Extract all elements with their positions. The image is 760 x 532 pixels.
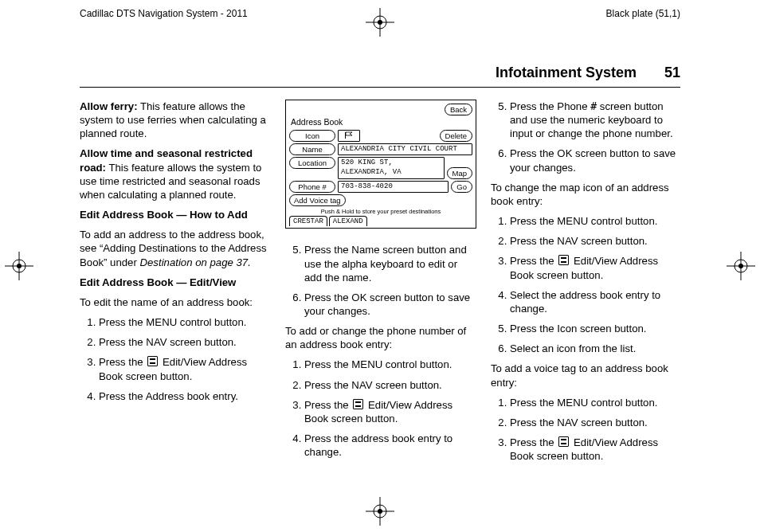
address-book-icon [353,399,363,409]
go-button: Go [451,181,472,193]
header-rule [80,87,680,88]
phone-field: 703-838-4020 [338,181,449,193]
svg-point-7 [378,509,382,514]
list-item: Press the MENU control button. [99,315,269,329]
preset-tab: CRESTAR [289,216,327,226]
phone-intro: To add or change the phone number of an … [285,324,475,351]
list-item: Press the OK screen button to save your … [510,147,680,174]
print-meta-row: Cadillac DTS Navigation System - 2011 Bl… [0,8,760,30]
column-3: Press the Phone # screen button and use … [491,100,680,469]
list-item: Press the MENU control button. [304,358,475,371]
list-item: Press the MENU control button. [510,396,680,409]
doc-title: Cadillac DTS Navigation System - 2011 [80,8,248,21]
step-text: Press the [510,255,557,267]
page: Cadillac DTS Navigation System - 2011 Bl… [0,0,760,532]
list-item: Press the NAV screen button. [510,416,680,429]
preset-tab: ALEXAND [329,216,367,226]
list-item: Press the Address book entry. [99,389,269,403]
name-steps-cont: Press the Name screen button and use the… [285,243,475,318]
svg-point-15 [738,264,743,268]
allow-ferry-label: Allow ferry: [80,100,138,112]
address-book-screenshot: Back Address Book Icon Delete Name ALEXA… [285,100,476,229]
column-1: Allow ferry: This feature allows the sys… [80,100,269,469]
name-label: Name [289,143,335,155]
column-2: Back Address Book Icon Delete Name ALEXA… [285,100,475,469]
list-item: Select the address book entry to change. [510,288,680,315]
location-label: Location [289,157,335,169]
step-text: Press the Phone [510,100,590,112]
list-item: Press the Edit/View Address Book screen … [304,398,475,425]
phone-steps-cont: Press the Phone # screen button and use … [491,100,680,174]
list-item: Press the NAV screen button. [510,234,680,248]
icon-intro: To change the map icon of an address boo… [491,181,680,208]
preset-tabs: CRESTAR ALEXAND [289,216,472,226]
add-voice-button: Add Voice tag [289,194,346,206]
list-item: Press the Edit/View Address Book screen … [510,436,680,463]
list-item: Press the Icon screen button. [510,322,680,335]
back-button: Back [445,104,472,115]
page-number: 51 [664,65,680,80]
flag-icon [344,131,354,139]
page-header: Infotainment System 51 [80,64,680,88]
addrbook-title: Address Book [291,117,472,128]
hash-icon: # [590,100,597,112]
list-item: Press the NAV screen button. [99,335,269,349]
svg-point-11 [17,264,22,268]
icon-steps: Press the MENU control button. Press the… [491,214,680,355]
address-book-icon [558,436,569,447]
destination-xref: Destination on page 37. [140,256,251,268]
list-item: Press the OK screen button to save your … [304,291,475,318]
edit-view-steps: Press the MENU control button. Press the… [80,315,269,403]
step-text: Press the [99,356,146,368]
icon-label: Icon [289,130,335,142]
name-field: ALEXANDRIA CITY CIVIL COURT [338,143,472,155]
step-text: Press the [510,436,557,448]
phone-steps: Press the MENU control button. Press the… [285,358,475,459]
list-item: Press the Edit/View Address Book screen … [99,355,269,382]
list-item: Press the Name screen button and use the… [304,243,475,284]
address-book-icon [147,356,158,366]
allow-time-text: This feature allows the system to use ti… [80,162,261,201]
edit-view-heading: Edit Address Book — Edit/View [80,276,269,289]
registration-mark-icon [727,252,755,280]
list-item: Press the address book entry to change. [304,432,475,459]
list-item: Select an icon from the list. [510,342,680,355]
map-button: Map [447,167,472,179]
step-text: Press the [304,399,351,411]
body-columns: Allow ferry: This feature allows the sys… [80,100,680,469]
plate-label: Black plate (51,1) [606,8,680,21]
edit-view-intro: To edit the name of an address book: [80,295,269,309]
address-book-icon [558,255,569,265]
how-to-add-heading: Edit Address Book — How to Add [80,208,269,221]
list-item: Press the Phone # screen button and use … [510,100,680,140]
section-title: Infotainment System [496,65,637,80]
list-item: Press the NAV screen button. [304,378,475,392]
preset-hint: Push & Hold to store your preset destina… [289,208,472,216]
list-item: Press the MENU control button. [510,214,680,228]
voice-steps: Press the MENU control button. Press the… [491,396,680,464]
registration-mark-icon [366,497,394,526]
list-item: Press the Edit/View Address Book screen … [510,254,680,281]
location-field: 520 KING ST, ALEXANDRIA, VA [338,157,445,179]
registration-mark-icon [5,252,33,280]
voice-intro: To add a voice tag to an address book en… [491,362,680,389]
icon-field [338,130,360,142]
delete-button: Delete [440,130,472,142]
phone-label: Phone # [289,181,335,193]
